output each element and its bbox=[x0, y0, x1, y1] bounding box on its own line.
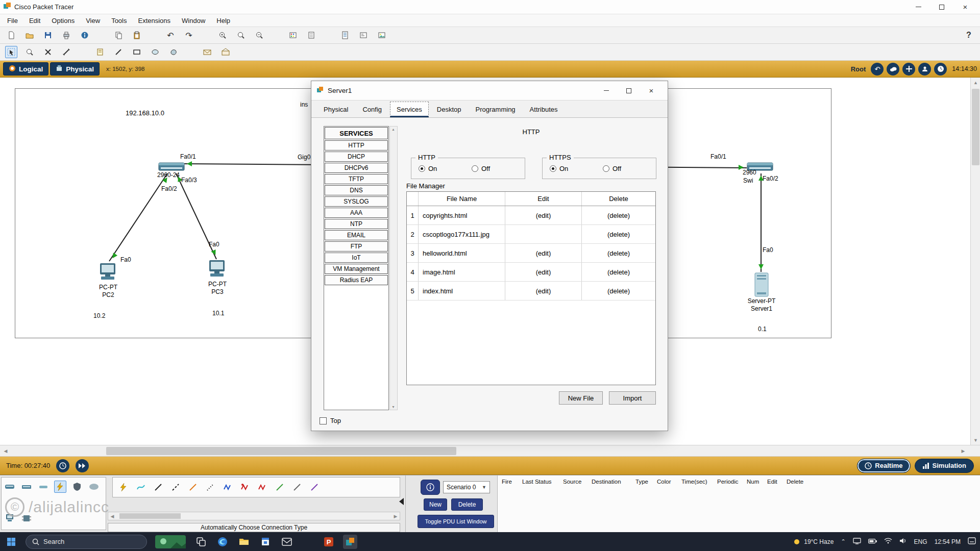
horizontal-scroll-thumb[interactable] bbox=[106, 447, 456, 455]
custom-devices-icon[interactable] bbox=[305, 29, 317, 41]
file-edit-link[interactable]: (edit) bbox=[505, 244, 581, 262]
back-navigation-icon[interactable]: ↶ bbox=[871, 63, 884, 76]
mail-icon[interactable] bbox=[280, 535, 294, 549]
delete-scenario-button[interactable]: Delete bbox=[451, 498, 483, 511]
services-scrollbar[interactable]: ▲ ▼ bbox=[389, 126, 398, 410]
console-cable-icon[interactable] bbox=[134, 481, 148, 494]
http-on-radio[interactable] bbox=[419, 165, 425, 172]
zoom-out-icon[interactable] bbox=[253, 29, 265, 41]
dialog-close-button[interactable]: × bbox=[640, 82, 663, 100]
drawing-palette-icon[interactable] bbox=[287, 29, 299, 41]
connections-category-icon[interactable] bbox=[54, 481, 66, 493]
canvas-horizontal-scrollbar[interactable]: ◀ ▶ bbox=[0, 445, 980, 457]
service-item-aaa[interactable]: AAA bbox=[325, 208, 388, 218]
taskbar-search-input[interactable]: Search bbox=[26, 535, 147, 549]
script-editor-icon[interactable] bbox=[357, 29, 370, 41]
network-description-icon[interactable] bbox=[339, 29, 351, 41]
service-item-ftp[interactable]: FTP bbox=[325, 241, 388, 252]
server1-device[interactable] bbox=[753, 272, 770, 299]
zoom-in-icon[interactable] bbox=[216, 29, 229, 41]
display-tray-icon[interactable] bbox=[853, 538, 861, 546]
hubs-category-icon[interactable] bbox=[37, 481, 50, 493]
notification-center-icon[interactable] bbox=[968, 537, 976, 546]
menu-edit[interactable]: Edit bbox=[29, 17, 40, 24]
environment-icon[interactable] bbox=[887, 63, 899, 76]
tab-programming[interactable]: Programming bbox=[470, 102, 522, 117]
pan-tool-icon[interactable] bbox=[902, 63, 915, 76]
menu-file[interactable]: File bbox=[7, 17, 18, 24]
scroll-right-icon[interactable]: ▶ bbox=[958, 445, 969, 457]
powerpoint-icon[interactable]: P bbox=[322, 535, 336, 549]
service-item-dns[interactable]: DNS bbox=[325, 185, 388, 195]
top-checkbox[interactable] bbox=[320, 417, 327, 424]
fiber-cable-icon[interactable] bbox=[186, 481, 200, 494]
security-category-icon[interactable] bbox=[71, 481, 83, 493]
paste-icon[interactable] bbox=[131, 29, 143, 41]
tab-physical[interactable]: Physical bbox=[317, 102, 354, 117]
start-button[interactable] bbox=[4, 535, 18, 549]
file-delete-link[interactable]: (delete) bbox=[581, 206, 655, 224]
scroll-left-icon[interactable]: ◀ bbox=[0, 445, 11, 457]
import-button[interactable]: Import bbox=[609, 391, 656, 405]
maximize-button[interactable] bbox=[930, 0, 953, 14]
service-item-dhcpv6[interactable]: DHCPv6 bbox=[325, 163, 388, 173]
service-item-radius-eap[interactable]: Radius EAP bbox=[325, 275, 388, 285]
draw-line-icon[interactable] bbox=[112, 46, 125, 58]
palette-scroll-left-icon[interactable]: ◀ bbox=[108, 512, 116, 520]
collapse-panel-icon[interactable] bbox=[399, 498, 404, 505]
redo-icon[interactable]: ↷ bbox=[183, 29, 195, 41]
menu-extensions[interactable]: Extensions bbox=[138, 17, 170, 24]
image-tool-icon[interactable] bbox=[376, 29, 388, 41]
menu-view[interactable]: View bbox=[86, 17, 100, 24]
new-file-icon[interactable] bbox=[5, 29, 17, 41]
wifi-tray-icon[interactable] bbox=[884, 538, 892, 545]
pc3-device[interactable] bbox=[206, 259, 229, 282]
copper-crossover-cable-icon[interactable] bbox=[169, 481, 182, 494]
menu-window[interactable]: Window bbox=[182, 17, 205, 24]
scroll-down-icon[interactable]: ▼ bbox=[971, 435, 980, 445]
store-icon[interactable] bbox=[258, 535, 273, 549]
iot-custom-cable-icon[interactable] bbox=[290, 481, 304, 494]
delete-tool-icon[interactable] bbox=[42, 46, 54, 58]
file-delete-link[interactable]: (delete) bbox=[581, 282, 655, 300]
print-icon[interactable] bbox=[60, 29, 72, 41]
copy-icon[interactable] bbox=[112, 29, 125, 41]
zoom-reset-icon[interactable] bbox=[235, 29, 247, 41]
activity-wizard-icon[interactable] bbox=[79, 29, 91, 41]
file-edit-link[interactable]: (edit) bbox=[505, 206, 581, 224]
taskbar-clock[interactable]: 12:54 PM bbox=[935, 538, 961, 545]
resize-tool-icon[interactable] bbox=[60, 46, 72, 58]
menu-help[interactable]: Help bbox=[216, 17, 230, 24]
help-icon[interactable]: ? bbox=[963, 31, 975, 40]
open-folder-icon[interactable] bbox=[23, 29, 36, 41]
service-item-dhcp[interactable]: DHCP bbox=[325, 152, 388, 162]
close-button[interactable]: × bbox=[953, 0, 977, 14]
usb-cable-icon[interactable] bbox=[308, 481, 321, 494]
pc2-device[interactable] bbox=[97, 262, 119, 285]
serial-dce-cable-icon[interactable] bbox=[238, 481, 252, 494]
tab-config[interactable]: Config bbox=[356, 102, 388, 117]
service-item-iot[interactable]: IoT bbox=[325, 253, 388, 263]
pdu-info-button[interactable] bbox=[421, 480, 440, 495]
tab-attributes[interactable]: Attributes bbox=[524, 102, 564, 117]
palette-scroll-right-icon[interactable]: ▶ bbox=[391, 512, 400, 520]
packet-tracer-taskbar-icon[interactable] bbox=[343, 535, 357, 549]
components-category-icon[interactable] bbox=[20, 512, 33, 524]
https-off-radio[interactable] bbox=[603, 165, 609, 172]
vertical-scroll-thumb[interactable] bbox=[972, 89, 979, 165]
file-explorer-icon[interactable] bbox=[237, 535, 251, 549]
file-edit-link[interactable]: (edit) bbox=[505, 282, 581, 300]
language-indicator[interactable]: ENG bbox=[914, 538, 927, 545]
routers-category-icon[interactable] bbox=[4, 481, 16, 493]
services-scroll-down-icon[interactable]: ▼ bbox=[391, 405, 395, 409]
octal-cable-icon[interactable] bbox=[273, 481, 286, 494]
fast-forward-time-icon[interactable] bbox=[76, 459, 89, 472]
new-scenario-button[interactable]: New bbox=[424, 498, 447, 511]
tab-services[interactable]: Services bbox=[390, 102, 429, 117]
physical-mode-button[interactable]: Physical bbox=[50, 62, 100, 76]
minimize-button[interactable] bbox=[906, 0, 930, 14]
draw-freeform-icon[interactable] bbox=[167, 46, 180, 58]
edge-browser-icon[interactable] bbox=[215, 535, 230, 549]
save-icon[interactable] bbox=[42, 29, 54, 41]
dialog-minimize-button[interactable] bbox=[595, 82, 618, 100]
